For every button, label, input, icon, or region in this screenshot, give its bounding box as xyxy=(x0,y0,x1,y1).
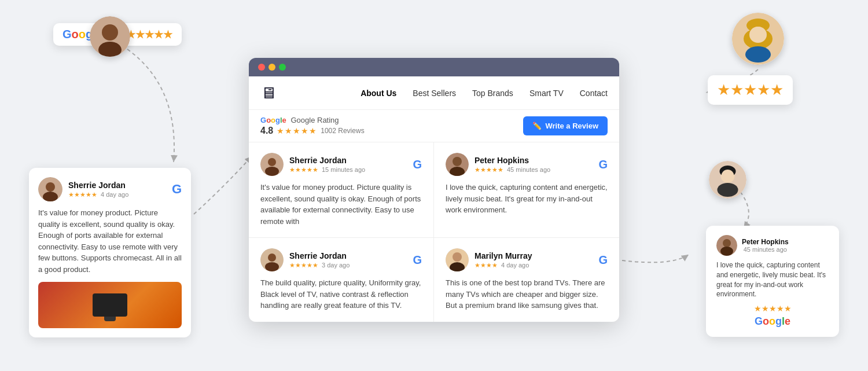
stars-badge-tr: ★★★★★ xyxy=(708,75,793,105)
write-review-button[interactable]: ✏️ Write a Review xyxy=(523,116,608,135)
write-review-label: Write a Review xyxy=(545,122,598,130)
browser-nav: 🖥 About Us Best Sellers Top Brands Smart… xyxy=(249,76,619,110)
float-review-right: Peter Hopkins 45 minutes ago I love the … xyxy=(706,226,839,337)
svg-point-20 xyxy=(265,167,279,176)
review-text-r3: The build quality, picture quality, Unif… xyxy=(260,277,422,311)
review-card-1: Sherrie Jordan ★★★★★ 15 minutes ago G It… xyxy=(249,142,434,238)
svg-point-31 xyxy=(723,239,731,247)
reviews-grid: Sherrie Jordan ★★★★★ 15 minutes ago G It… xyxy=(249,142,619,322)
nav-smart-tv[interactable]: Smart TV xyxy=(529,89,564,98)
rating-stars: ★★★★★ xyxy=(277,126,317,135)
avatar-right xyxy=(716,235,737,256)
google-icon-r2: G xyxy=(598,158,608,171)
pencil-icon: ✏️ xyxy=(532,122,542,130)
browser-titlebar xyxy=(249,58,619,76)
reviews-count: 1002 Reviews xyxy=(321,127,364,135)
nav-about-us[interactable]: About Us xyxy=(361,89,396,98)
svg-point-22 xyxy=(453,157,462,166)
time-left: 4 day ago xyxy=(101,191,128,198)
badge-stars: ★★★★★ xyxy=(126,28,172,41)
reviewer-name-r3: Sherrie Jordan xyxy=(289,251,350,260)
google-label: Google Google Rating xyxy=(260,116,365,124)
avatar-asian-mid xyxy=(709,161,746,199)
google-icon-left: G xyxy=(172,182,182,197)
avatar-r2 xyxy=(446,153,469,176)
svg-point-16 xyxy=(46,182,55,192)
avatar-blonde-top xyxy=(732,13,784,65)
stars-r2: ★★★★★ xyxy=(475,166,503,174)
svg-point-19 xyxy=(268,158,276,166)
browser-window: 🖥 About Us Best Sellers Top Brands Smart… xyxy=(249,58,619,322)
review-text-left: It's value for money product. Picture qu… xyxy=(38,207,182,275)
google-icon-r4: G xyxy=(598,254,608,267)
svg-point-26 xyxy=(265,262,279,271)
svg-point-8 xyxy=(745,46,771,63)
reviewer-name-r1: Sherrie Jordan xyxy=(289,156,365,165)
avatar-sherrie-left xyxy=(38,177,62,201)
review-card-3: Sherrie Jordan ★★★★★ 3 day ago G The bui… xyxy=(249,238,434,322)
reviewer-name-r2: Peter Hopkins xyxy=(475,156,550,165)
review-text-r4: This is one of the best top brand TVs. T… xyxy=(446,277,608,311)
stars-r4: ★★★★ xyxy=(475,262,498,269)
svg-point-1 xyxy=(102,24,118,41)
nav-best-sellers[interactable]: Best Sellers xyxy=(413,89,456,98)
stars-left: ★★★★★ xyxy=(68,191,97,199)
right-card-text: I love the quick, capturing content and … xyxy=(716,260,829,299)
google-icon-r3: G xyxy=(413,254,422,267)
time-r4: 4 day ago xyxy=(501,262,529,269)
avatar-r4 xyxy=(446,248,469,271)
review-text-r1: It's value for money product. Picture qu… xyxy=(260,182,422,227)
stars-r1: ★★★★★ xyxy=(289,166,318,174)
dot-maximize[interactable] xyxy=(279,64,286,71)
avatar-r3 xyxy=(260,248,284,271)
right-card-time: 45 minutes ago xyxy=(742,246,789,253)
float-review-left: Sherrie Jordan ★★★★★ 4 day ago G It's va… xyxy=(29,168,191,337)
tr-stars: ★★★★★ xyxy=(717,81,784,99)
google-icon-r1: G xyxy=(413,158,422,171)
svg-point-9 xyxy=(751,27,766,42)
avatar-r1 xyxy=(260,153,284,176)
reviewer-name-left: Sherrie Jordan xyxy=(68,181,128,190)
review-card-4: Marilyn Murray ★★★★ 4 day ago G This is … xyxy=(434,238,619,322)
svg-point-14 xyxy=(722,170,734,182)
review-card-2: Peter Hopkins ★★★★★ 45 minutes ago G I l… xyxy=(434,142,619,238)
review-text-r2: I love the quick, capturing content and … xyxy=(446,182,608,216)
avatar-sherrie-top xyxy=(90,16,130,57)
google-icon-right: Google xyxy=(716,315,829,328)
rating-bar: Google Google Rating 4.8 ★★★★★ 1002 Revi… xyxy=(249,110,619,142)
rating-score: 4.8 xyxy=(260,126,273,136)
time-r1: 15 minutes ago xyxy=(322,166,365,173)
stars-r3: ★★★★★ xyxy=(289,262,318,269)
right-card-stars: ★★★★★ xyxy=(716,304,829,313)
time-r3: 3 day ago xyxy=(322,262,350,269)
reviewer-name-r4: Marilyn Murray xyxy=(475,251,532,260)
nav-links: About Us Best Sellers Top Brands Smart T… xyxy=(361,89,608,98)
dot-minimize[interactable] xyxy=(269,64,275,71)
nav-top-brands[interactable]: Top Brands xyxy=(472,89,513,98)
svg-point-32 xyxy=(720,247,733,256)
time-r2: 45 minutes ago xyxy=(507,166,550,173)
svg-point-28 xyxy=(453,252,462,262)
right-card-name: Peter Hopkins xyxy=(742,238,789,246)
dot-close[interactable] xyxy=(258,64,265,71)
site-logo: 🖥 xyxy=(260,83,277,102)
svg-point-12 xyxy=(718,183,738,197)
review-image xyxy=(38,282,182,328)
svg-point-25 xyxy=(268,254,276,262)
nav-contact[interactable]: Contact xyxy=(580,89,608,98)
